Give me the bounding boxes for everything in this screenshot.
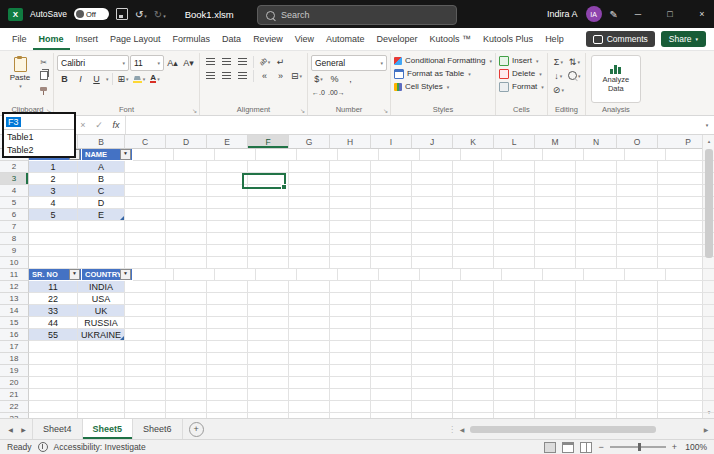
cell-M5[interactable]: [535, 197, 576, 209]
cell-I14[interactable]: [371, 305, 412, 317]
row-header-5[interactable]: 5: [0, 197, 29, 209]
cell-K8[interactable]: [453, 233, 494, 245]
cell-O16[interactable]: [617, 329, 658, 341]
cell-G6[interactable]: [289, 209, 330, 221]
horizontal-scroll-thumb[interactable]: [470, 426, 656, 433]
cell-B7[interactable]: [78, 221, 125, 233]
cell-C15[interactable]: [125, 317, 166, 329]
save-icon[interactable]: [116, 8, 128, 20]
cell-F20[interactable]: [248, 377, 289, 389]
cell-B3[interactable]: B: [78, 173, 125, 185]
cell-J14[interactable]: [412, 305, 453, 317]
cell-A2[interactable]: 1: [29, 161, 78, 173]
cell-C3[interactable]: [125, 173, 166, 185]
selected-cell-F3[interactable]: [242, 173, 286, 189]
cell-D2[interactable]: [166, 161, 207, 173]
cell-H3[interactable]: [330, 173, 371, 185]
cell-N19[interactable]: [576, 365, 617, 377]
cell-B22[interactable]: [78, 401, 125, 413]
font-size-select[interactable]: 11▾: [130, 55, 164, 71]
cell-N7[interactable]: [576, 221, 617, 233]
cell-N12[interactable]: [576, 281, 617, 293]
cell-I11[interactable]: [379, 269, 420, 281]
cell-L12[interactable]: [494, 281, 535, 293]
cell-F6[interactable]: [248, 209, 289, 221]
cell-L17[interactable]: [494, 341, 535, 353]
cell-C13[interactable]: [125, 293, 166, 305]
ribbon-tab-kutools[interactable]: Kutools ™: [424, 28, 478, 50]
cell-C9[interactable]: [125, 245, 166, 257]
cell-F14[interactable]: [248, 305, 289, 317]
cell-A15[interactable]: 44: [29, 317, 78, 329]
cell-J12[interactable]: [412, 281, 453, 293]
cell-E19[interactable]: [207, 365, 248, 377]
cell-G10[interactable]: [289, 257, 330, 269]
column-header-J[interactable]: J: [412, 135, 453, 149]
name-dropdown-item-table2[interactable]: Table2: [4, 143, 74, 156]
cell-H19[interactable]: [330, 365, 371, 377]
workbook-title[interactable]: Book1.xlsm: [185, 9, 234, 20]
filter-button-A11[interactable]: ▼: [69, 269, 80, 280]
table-resize-handle[interactable]: [120, 336, 124, 340]
cell-J10[interactable]: [412, 257, 453, 269]
cell-O22[interactable]: [617, 401, 658, 413]
cell-M8[interactable]: [535, 233, 576, 245]
cell-E15[interactable]: [207, 317, 248, 329]
cell-G7[interactable]: [289, 221, 330, 233]
cell-E21[interactable]: [207, 389, 248, 401]
cell-O23[interactable]: [617, 413, 658, 418]
row-header-7[interactable]: 7: [0, 221, 29, 233]
zoom-slider-knob[interactable]: [638, 443, 641, 451]
cell-D14[interactable]: [166, 305, 207, 317]
cell-K14[interactable]: [453, 305, 494, 317]
cell-A9[interactable]: [29, 245, 78, 257]
cell-G3[interactable]: [289, 173, 330, 185]
cell-E12[interactable]: [207, 281, 248, 293]
cell-K17[interactable]: [453, 341, 494, 353]
cell-N22[interactable]: [576, 401, 617, 413]
cell-H12[interactable]: [330, 281, 371, 293]
cell-O17[interactable]: [617, 341, 658, 353]
ribbon-tab-kutools-plus[interactable]: Kutools Plus: [477, 28, 539, 50]
cell-M12[interactable]: [535, 281, 576, 293]
sheet-tab-sheet4[interactable]: Sheet4: [32, 419, 83, 439]
cell-C21[interactable]: [125, 389, 166, 401]
cell-H18[interactable]: [330, 353, 371, 365]
cell-L4[interactable]: [494, 185, 535, 197]
cell-E10[interactable]: [207, 257, 248, 269]
ribbon-tab-review[interactable]: Review: [247, 28, 289, 50]
cell-C20[interactable]: [125, 377, 166, 389]
cell-J8[interactable]: [412, 233, 453, 245]
cell-I12[interactable]: [371, 281, 412, 293]
column-header-L[interactable]: L: [494, 135, 535, 149]
cell-K15[interactable]: [453, 317, 494, 329]
cell-C5[interactable]: [125, 197, 166, 209]
cell-I5[interactable]: [371, 197, 412, 209]
increase-decimal-button[interactable]: ←.0: [311, 86, 326, 99]
cell-H10[interactable]: [330, 257, 371, 269]
cell-C7[interactable]: [125, 221, 166, 233]
cell-F2[interactable]: [248, 161, 289, 173]
cell-E2[interactable]: [207, 161, 248, 173]
column-header-I[interactable]: I: [371, 135, 412, 149]
name-box-edit[interactable]: F3: [4, 114, 74, 130]
cell-L2[interactable]: [494, 161, 535, 173]
ribbon-tab-page-layout[interactable]: Page Layout: [104, 28, 167, 50]
wrap-text-button[interactable]: ↵: [273, 55, 288, 68]
cell-C12[interactable]: [125, 281, 166, 293]
cell-D18[interactable]: [166, 353, 207, 365]
cell-A8[interactable]: [29, 233, 78, 245]
cell-H8[interactable]: [330, 233, 371, 245]
cell-F19[interactable]: [248, 365, 289, 377]
new-sheet-button[interactable]: +: [189, 422, 204, 437]
cell-M6[interactable]: [535, 209, 576, 221]
name-dropdown-item-table1[interactable]: Table1: [4, 130, 74, 143]
cell-B13[interactable]: USA: [78, 293, 125, 305]
column-header-F[interactable]: F: [248, 135, 289, 149]
cell-I9[interactable]: [371, 245, 412, 257]
cell-C16[interactable]: [125, 329, 166, 341]
comments-button[interactable]: Comments: [586, 31, 655, 47]
cell-C8[interactable]: [125, 233, 166, 245]
cell-G16[interactable]: [289, 329, 330, 341]
hscroll-right-arrow[interactable]: ▶: [700, 426, 712, 433]
